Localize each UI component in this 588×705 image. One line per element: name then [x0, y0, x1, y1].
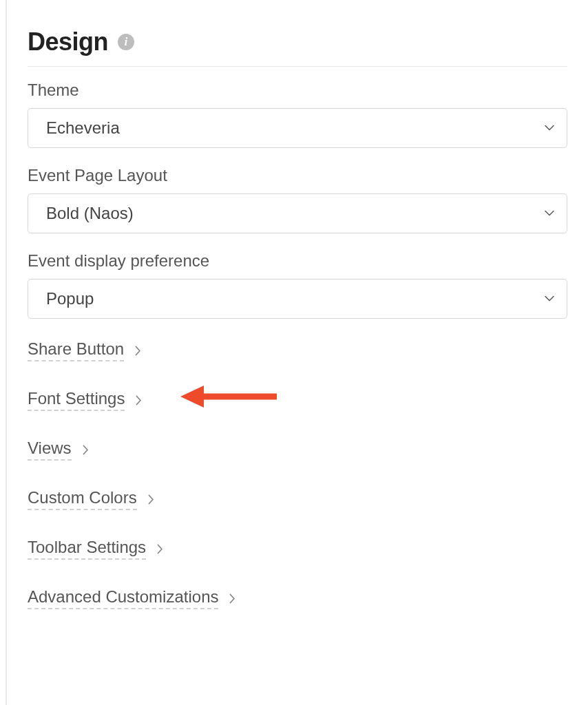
section-header: Design i [28, 28, 567, 67]
select-event-display-preference-value: Popup [46, 289, 94, 308]
select-theme[interactable]: Echeveria [28, 108, 567, 148]
collapsible-share-button[interactable]: Share Button [28, 339, 141, 361]
select-event-page-layout-value: Bold (Naos) [46, 204, 134, 223]
collapsible-views[interactable]: Views [28, 439, 89, 461]
collapsible-list: Share Button Font Settings Views Custom … [28, 339, 567, 609]
chevron-down-icon [545, 296, 554, 302]
field-theme: Theme Echeveria [28, 81, 567, 148]
field-label-event-page-layout: Event Page Layout [28, 166, 567, 185]
select-event-display-preference[interactable]: Popup [28, 279, 567, 319]
chevron-right-icon [148, 494, 154, 505]
collapsible-label: Advanced Customizations [28, 587, 218, 609]
collapsible-label: Views [28, 439, 72, 461]
collapsible-advanced-customizations[interactable]: Advanced Customizations [28, 587, 235, 609]
select-theme-value: Echeveria [46, 118, 120, 138]
info-icon[interactable]: i [118, 34, 134, 50]
collapsible-label: Font Settings [28, 389, 125, 411]
collapsible-label: Toolbar Settings [28, 538, 146, 560]
collapsible-font-settings[interactable]: Font Settings [28, 389, 142, 411]
panel-left-border [6, 0, 7, 705]
chevron-right-icon [157, 544, 163, 554]
chevron-right-icon [136, 395, 142, 406]
design-settings-panel: Design i Theme Echeveria Event Page Layo… [0, 0, 588, 705]
chevron-right-icon [135, 346, 141, 356]
field-label-theme: Theme [28, 81, 567, 100]
collapsible-label: Share Button [28, 339, 124, 361]
collapsible-custom-colors[interactable]: Custom Colors [28, 488, 154, 510]
field-event-display-preference: Event display preference Popup [28, 251, 567, 319]
select-event-page-layout[interactable]: Bold (Naos) [28, 193, 567, 233]
field-event-page-layout: Event Page Layout Bold (Naos) [28, 166, 567, 233]
collapsible-toolbar-settings[interactable]: Toolbar Settings [28, 538, 163, 560]
chevron-down-icon [545, 125, 554, 131]
chevron-right-icon [83, 445, 89, 455]
chevron-down-icon [545, 211, 554, 217]
section-title: Design [28, 28, 108, 56]
collapsible-label: Custom Colors [28, 488, 137, 510]
field-label-event-display-preference: Event display preference [28, 251, 567, 271]
chevron-right-icon [229, 593, 235, 604]
